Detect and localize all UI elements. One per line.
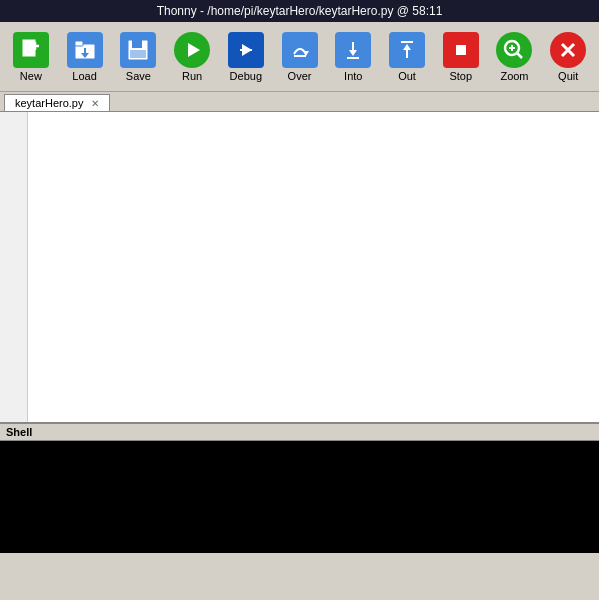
save-button[interactable]: Save <box>113 27 163 87</box>
line-numbers <box>0 112 28 422</box>
file-tab[interactable]: keytarHero.py ✕ <box>4 94 110 111</box>
shell-header: Shell <box>0 422 599 441</box>
code-content[interactable] <box>28 112 599 422</box>
debug-button[interactable]: Debug <box>221 27 271 87</box>
over-button[interactable]: Over <box>275 27 325 87</box>
tab-bar: keytarHero.py ✕ <box>0 92 599 112</box>
over-label: Over <box>288 70 312 82</box>
svg-rect-8 <box>132 40 142 48</box>
stop-label: Stop <box>449 70 472 82</box>
into-label: Into <box>344 70 362 82</box>
out-button[interactable]: Out <box>382 27 432 87</box>
quit-icon <box>550 32 586 68</box>
code-editor[interactable] <box>0 112 599 422</box>
quit-button[interactable]: Quit <box>543 27 593 87</box>
debug-icon <box>228 32 264 68</box>
zoom-label: Zoom <box>500 70 528 82</box>
new-button[interactable]: New <box>6 27 56 87</box>
load-label: Load <box>72 70 96 82</box>
svg-point-29 <box>498 34 530 66</box>
quit-label: Quit <box>558 70 578 82</box>
svg-rect-9 <box>130 50 146 58</box>
save-label: Save <box>126 70 151 82</box>
into-icon <box>335 32 371 68</box>
out-label: Out <box>398 70 416 82</box>
over-icon <box>282 32 318 68</box>
debug-label: Debug <box>230 70 262 82</box>
zoom-button[interactable]: Zoom <box>490 27 540 87</box>
tab-close-icon[interactable]: ✕ <box>91 98 99 109</box>
out-icon <box>389 32 425 68</box>
shell-area[interactable] <box>0 441 599 553</box>
zoom-icon <box>496 32 532 68</box>
stop-button[interactable]: Stop <box>436 27 486 87</box>
title-bar: Thonny - /home/pi/keytarHero/keytarHero.… <box>0 0 599 22</box>
svg-rect-28 <box>456 45 466 55</box>
run-icon <box>174 32 210 68</box>
svg-rect-4 <box>75 41 83 46</box>
toolbar: New Load Save <box>0 22 599 92</box>
stop-icon <box>443 32 479 68</box>
new-icon <box>13 32 49 68</box>
shell-label: Shell <box>6 426 32 438</box>
run-button[interactable]: Run <box>167 27 217 87</box>
into-button[interactable]: Into <box>328 27 378 87</box>
tab-label: keytarHero.py <box>15 97 83 109</box>
load-icon <box>67 32 103 68</box>
load-button[interactable]: Load <box>60 27 110 87</box>
run-label: Run <box>182 70 202 82</box>
new-label: New <box>20 70 42 82</box>
save-icon <box>120 32 156 68</box>
title-text: Thonny - /home/pi/keytarHero/keytarHero.… <box>157 4 443 18</box>
